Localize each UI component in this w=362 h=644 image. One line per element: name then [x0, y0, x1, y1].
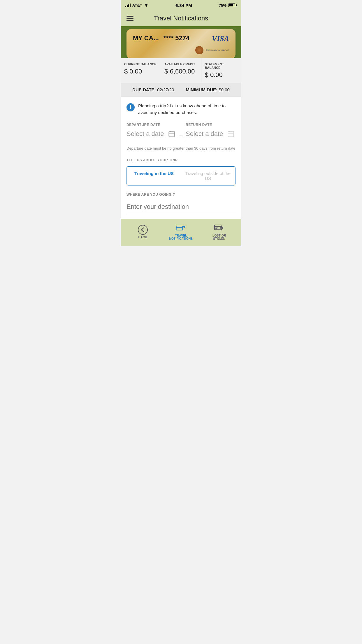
due-date-value: 02/27/20: [157, 87, 174, 92]
back-icon: [138, 225, 148, 235]
card-section: MY CA... **** 5274 VISA Hawaiian Financi…: [121, 26, 241, 58]
minimum-due-field: MINIMUM DUE: $0.00: [186, 87, 230, 92]
destination-section: WHERE ARE YOU GOING ?: [126, 192, 236, 213]
lost-stolen-icon: [214, 223, 224, 233]
calendar-svg-return: [227, 130, 235, 138]
trip-toggle: Traveling in the US Traveling outside of…: [126, 166, 236, 186]
departure-date-placeholder: Select a date: [126, 130, 164, 138]
status-time: 6:34 PM: [175, 3, 192, 8]
destination-input[interactable]: [126, 201, 236, 213]
trip-option-us-label: Traveling in the US: [134, 171, 174, 176]
minimum-due-value: $0.00: [219, 87, 230, 92]
signal-bars: [125, 3, 131, 7]
current-balance: CURRENT BALANCE $ 0.00: [121, 58, 161, 83]
card-institution: Hawaiian Financial: [195, 46, 229, 54]
credit-card: MY CA... **** 5274 VISA Hawaiian Financi…: [126, 29, 236, 58]
available-credit: AVAILABLE CREDIT $ 6,600.00: [161, 58, 201, 83]
date-row: DEPARTURE DATE Select a date -- RETURN D…: [126, 123, 236, 141]
available-credit-label: AVAILABLE CREDIT: [164, 62, 197, 66]
bottom-nav: BACK TRAVELNOTIFICATIONS: [121, 219, 241, 246]
travel-icon-svg: [176, 223, 186, 233]
statement-balance-amount: $ 0.00: [205, 71, 238, 79]
nav-lost-stolen-label: LOST ORSTOLEN: [212, 234, 226, 240]
nav-lost-stolen[interactable]: LOST ORSTOLEN: [200, 223, 238, 240]
return-date-label: RETURN DATE: [186, 123, 236, 127]
trip-option-international-label: Traveling outside of the US: [185, 171, 231, 181]
nav-back[interactable]: BACK: [124, 225, 162, 239]
trip-option-international[interactable]: Traveling outside of the US: [181, 167, 235, 185]
statement-balance-label: STATEMENT BALANCE: [205, 62, 238, 69]
lost-stolen-icon-svg: [214, 223, 224, 233]
return-date-placeholder: Select a date: [186, 130, 223, 138]
destination-label: WHERE ARE YOU GOING ?: [126, 192, 236, 197]
nav-travel-label: TRAVELNOTIFICATIONS: [169, 234, 193, 240]
svg-point-17: [222, 230, 222, 230]
departure-date-label: DEPARTURE DATE: [126, 123, 176, 127]
info-banner: i Planning a trip? Let us know ahead of …: [126, 103, 236, 116]
card-name: MY CA...: [133, 34, 159, 42]
return-date-input-row[interactable]: Select a date: [186, 129, 236, 141]
departure-date-field: DEPARTURE DATE Select a date: [126, 123, 176, 141]
svg-rect-4: [228, 131, 234, 136]
main-content: i Planning a trip? Let us know ahead of …: [121, 97, 241, 219]
departure-date-input-row[interactable]: Select a date: [126, 129, 176, 141]
travel-notifications-icon: [176, 223, 186, 233]
carrier-label: AT&T: [132, 3, 142, 8]
return-calendar-icon[interactable]: [226, 129, 236, 139]
statement-balance: STATEMENT BALANCE $ 0.00: [201, 58, 241, 83]
status-left: AT&T: [125, 3, 149, 8]
trip-section-label: TELL US ABOUT YOUR TRIP: [126, 158, 236, 162]
back-circle-icon: [138, 225, 148, 235]
due-date-row: DUE DATE: 02/27/20 MINIMUM DUE: $0.00: [121, 83, 241, 97]
balance-section: CURRENT BALANCE $ 0.00 AVAILABLE CREDIT …: [121, 58, 241, 83]
date-hint: Departure date must be no greater than 3…: [126, 146, 236, 151]
due-date-field: DUE DATE: 02/27/20: [132, 87, 174, 92]
nav-travel-notifications[interactable]: TRAVELNOTIFICATIONS: [162, 223, 200, 240]
card-brand: VISA: [212, 34, 229, 43]
status-bar: AT&T 6:34 PM 75%: [121, 0, 241, 10]
svg-rect-0: [169, 131, 175, 136]
departure-calendar-icon[interactable]: [167, 129, 176, 139]
battery-indicator: [228, 4, 237, 7]
card-number: **** 5274: [164, 34, 189, 42]
status-right: 75%: [219, 3, 237, 8]
battery-percent: 75%: [219, 3, 226, 8]
return-date-field: RETURN DATE Select a date: [186, 123, 236, 141]
minimum-due-label: MINIMUM DUE:: [186, 87, 217, 92]
hf-logo: [195, 46, 203, 54]
svg-rect-9: [176, 226, 183, 230]
wifi-icon: [144, 4, 149, 7]
info-text: Planning a trip? Let us know ahead of ti…: [138, 103, 236, 116]
due-date-label: DUE DATE:: [132, 87, 156, 92]
institution-name: Hawaiian Financial: [205, 49, 229, 52]
calendar-svg: [168, 130, 175, 138]
svg-point-8: [138, 225, 147, 235]
current-balance-amount: $ 0.00: [124, 68, 157, 75]
current-balance-label: CURRENT BALANCE: [124, 62, 157, 66]
available-credit-amount: $ 6,600.00: [164, 68, 197, 75]
info-icon: i: [126, 103, 135, 111]
page-title: Travel Notifications: [139, 15, 223, 22]
date-separator: --: [179, 133, 183, 139]
trip-option-us[interactable]: Traveling in the US: [127, 167, 181, 185]
app-header: Travel Notifications: [121, 10, 241, 26]
nav-back-label: BACK: [138, 236, 147, 239]
menu-button[interactable]: [126, 16, 133, 21]
